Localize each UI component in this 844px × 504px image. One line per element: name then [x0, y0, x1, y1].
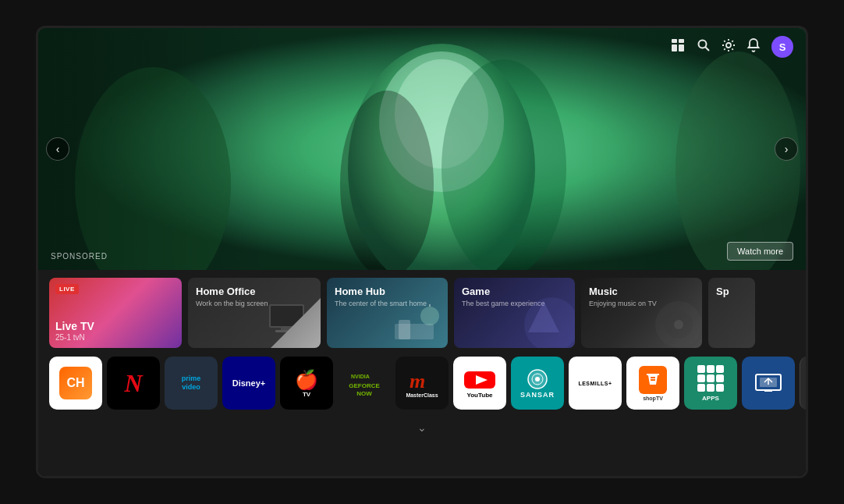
svg-rect-20	[399, 320, 410, 339]
bottom-arrow-area: ⌄	[49, 418, 795, 435]
card-sp[interactable]: Sp	[708, 278, 755, 348]
card-home-office[interactable]: Home Office Work on the big screen	[188, 278, 321, 348]
app-apps[interactable]: APPS	[684, 357, 737, 410]
svg-rect-16	[271, 306, 303, 326]
apps-row: CH N primevideo Disney+ 🍎 TV NVIDIA GEFO…	[49, 356, 795, 410]
watch-more-button[interactable]: Watch more	[727, 242, 793, 261]
masterclass-label: MasterClass	[406, 392, 438, 398]
svg-point-21	[420, 307, 439, 325]
sponsored-label: SPONSORED	[51, 252, 108, 261]
scroll-down-icon[interactable]: ⌄	[417, 421, 427, 434]
card-home-hub-title: Home Hub	[335, 286, 440, 297]
netflix-logo: N	[124, 369, 142, 398]
search-icon[interactable]	[697, 38, 711, 56]
home-hub-visual	[391, 300, 442, 343]
avatar[interactable]: S	[771, 36, 793, 58]
card-sp-title: Sp	[716, 286, 747, 297]
svg-rect-18	[275, 330, 302, 332]
live-badge: LIVE	[55, 284, 79, 294]
game-visual	[512, 286, 575, 348]
ch-logo: CH	[59, 367, 92, 399]
apps-label: APPS	[702, 395, 719, 402]
sansar-logo	[520, 367, 555, 391]
card-live-tv[interactable]: LIVE Live TV 25-1 tvN	[49, 278, 182, 348]
svg-point-6	[726, 43, 731, 48]
svg-rect-17	[281, 328, 296, 330]
tv-screen: S	[36, 26, 808, 478]
sansar-label: SANSAR	[520, 391, 555, 399]
svg-point-27	[674, 320, 683, 329]
hero-prev-button[interactable]: ‹	[46, 137, 69, 161]
screen-share-icon	[754, 371, 783, 395]
hero-next-button[interactable]: ›	[775, 137, 798, 161]
app-apple-tv[interactable]: 🍎 TV	[280, 357, 333, 410]
settings-icon[interactable]	[722, 38, 736, 56]
app-ch[interactable]: CH	[49, 357, 102, 410]
disney-logo: Disney+	[232, 378, 266, 388]
home-office-visual	[261, 296, 316, 343]
svg-line-5	[705, 47, 709, 51]
app-netflix[interactable]: N	[107, 357, 160, 410]
cards-row: LIVE Live TV 25-1 tvN Home Office Work o…	[49, 278, 795, 348]
card-live-title: Live TV	[55, 320, 176, 333]
svg-point-34	[535, 377, 540, 382]
app-screen-share[interactable]	[742, 357, 795, 410]
youtube-logo	[463, 368, 497, 392]
dashboard-icon[interactable]	[670, 37, 686, 57]
app-disney-plus[interactable]: Disney+	[222, 357, 275, 410]
notifications-icon[interactable]	[746, 38, 761, 56]
svg-rect-1	[679, 39, 684, 43]
card-music[interactable]: Music Enjoying music on TV	[581, 278, 702, 348]
geforce-label: GEFORCENOW	[349, 382, 380, 397]
masterclass-logo: m	[406, 369, 438, 392]
music-visual	[640, 286, 702, 348]
app-shoptv[interactable]: shopTV	[626, 357, 679, 410]
shoptv-icon	[639, 366, 667, 394]
geforce-logo: NVIDIA	[350, 368, 378, 382]
app-masterclass[interactable]: m MasterClass	[395, 357, 449, 410]
app-partial[interactable]	[800, 357, 808, 410]
app-youtube[interactable]: YouTube	[453, 357, 506, 410]
top-bar: S	[658, 28, 806, 66]
app-sansar[interactable]: SANSAR	[511, 357, 564, 410]
svg-text:m: m	[410, 370, 425, 392]
apple-tv-label: TV	[303, 391, 310, 398]
svg-rect-2	[672, 44, 677, 51]
app-lesmills[interactable]: LESMILLS+	[569, 357, 622, 410]
svg-text:NVIDIA: NVIDIA	[351, 374, 370, 379]
card-game[interactable]: Game The best game experience	[454, 278, 575, 348]
app-geforce-now[interactable]: NVIDIA GEFORCENOW	[338, 357, 391, 410]
svg-rect-3	[679, 44, 684, 51]
shoptv-label: shopTV	[643, 396, 663, 401]
apps-grid-icon	[697, 365, 724, 392]
card-home-hub[interactable]: Home Hub The center of the smart home	[327, 278, 448, 348]
apple-logo: 🍎	[295, 369, 318, 391]
youtube-label: YouTube	[466, 392, 492, 399]
lesmills-label: LESMILLS+	[578, 381, 612, 386]
svg-rect-37	[764, 390, 772, 392]
card-live-subtitle: 25-1 tvN	[55, 333, 176, 342]
card-home-office-title: Home Office	[196, 286, 313, 297]
prime-logo: primevideo	[182, 374, 201, 392]
content-area: LIVE Live TV 25-1 tvN Home Office Work o…	[38, 270, 806, 476]
app-prime-video[interactable]: primevideo	[165, 357, 218, 410]
svg-rect-0	[672, 39, 677, 43]
